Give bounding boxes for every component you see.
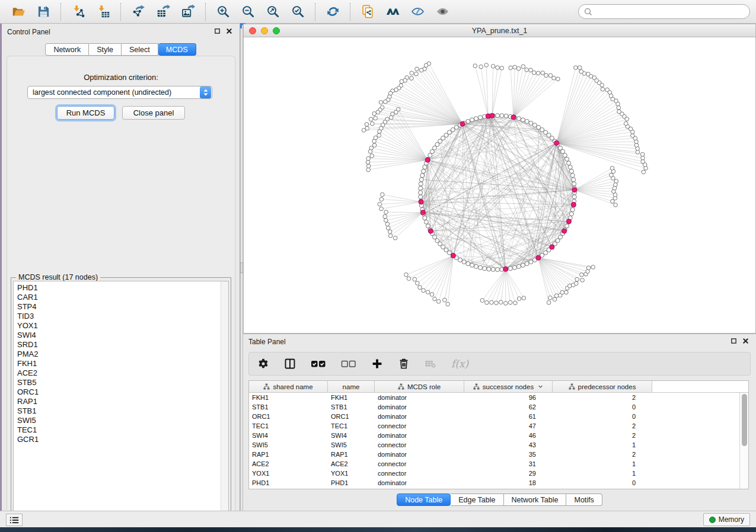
graph-hub-node[interactable] (425, 158, 430, 162)
graph-node[interactable] (521, 118, 525, 122)
graph-node[interactable] (605, 88, 610, 92)
export-table-icon[interactable] (154, 3, 172, 21)
float-panel-icon[interactable] (214, 28, 221, 36)
export-image-icon[interactable] (179, 3, 197, 21)
graph-node[interactable] (424, 220, 428, 224)
graph-node[interactable] (404, 273, 409, 277)
zoom-selected-icon[interactable] (289, 3, 307, 21)
graph-node[interactable] (414, 72, 419, 76)
graph-node[interactable] (383, 214, 387, 219)
graph-hub-node[interactable] (490, 113, 495, 118)
hide-panel-icon[interactable] (409, 3, 426, 21)
graph-node[interactable] (419, 178, 423, 182)
graph-node[interactable] (426, 224, 430, 228)
graph-hub-node[interactable] (503, 267, 508, 271)
mcds-result-item[interactable]: TEC1 (17, 425, 228, 435)
search-network-icon[interactable] (384, 3, 401, 21)
graph-hub-node[interactable] (511, 115, 516, 120)
mcds-result-item[interactable]: YOX1 (17, 321, 228, 331)
graph-node[interactable] (377, 133, 381, 137)
graph-node[interactable] (547, 300, 551, 305)
graph-node[interactable] (418, 286, 422, 290)
criterion-dropdown[interactable]: largest connected component (undirected) (27, 86, 212, 99)
graph-node[interactable] (426, 290, 430, 294)
mcds-result-item[interactable]: STB5 (17, 378, 228, 387)
column-header-predecessor-nodes[interactable]: predecessor nodes (553, 381, 652, 392)
graph-node[interactable] (496, 268, 500, 272)
graph-node[interactable] (490, 300, 494, 305)
graph-node[interactable] (631, 134, 635, 138)
mcds-result-item[interactable]: GCR1 (17, 435, 228, 444)
tab-select[interactable]: Select (122, 43, 158, 56)
graph-node[interactable] (407, 277, 411, 281)
graph-node[interactable] (430, 293, 434, 297)
memory-button[interactable]: Memory (703, 513, 750, 526)
graph-node[interactable] (517, 264, 521, 268)
mcds-result-item[interactable]: STP4 (17, 302, 228, 312)
export-network-icon[interactable] (129, 3, 147, 21)
delete-table-icon[interactable] (425, 358, 436, 370)
graph-node[interactable] (640, 152, 645, 156)
graph-node[interactable] (479, 265, 483, 270)
mcds-result-item[interactable]: SRD1 (17, 340, 228, 350)
graph-node[interactable] (536, 71, 540, 75)
column-header-name[interactable]: name (328, 381, 375, 392)
show-panel-icon[interactable] (433, 3, 451, 21)
graph-hub-node[interactable] (554, 140, 559, 145)
graph-node[interactable] (586, 72, 591, 76)
graph-node[interactable] (422, 169, 426, 174)
graph-node[interactable] (413, 277, 417, 281)
graph-node[interactable] (446, 302, 450, 306)
graph-node[interactable] (415, 67, 419, 71)
tab-style[interactable]: Style (89, 43, 122, 56)
graph-node[interactable] (487, 267, 491, 271)
graph-node[interactable] (419, 191, 423, 195)
column-header-MCDS-role[interactable]: MCDS role (375, 381, 464, 392)
import-table-icon[interactable] (94, 3, 112, 21)
delete-row-icon[interactable] (398, 358, 410, 370)
mcds-result-item[interactable]: PHD1 (17, 283, 228, 293)
graph-node[interactable] (473, 64, 477, 68)
graph-node[interactable] (422, 289, 426, 293)
mcds-result-list[interactable]: PHD1CAR1STP4TID3YOX1SWI4SRD1PMA2FKH1ACE2… (13, 281, 229, 517)
graph-node[interactable] (525, 262, 529, 266)
graph-node[interactable] (574, 66, 578, 70)
network-canvas[interactable] (244, 37, 755, 333)
graph-node[interactable] (474, 264, 479, 268)
graph-node[interactable] (564, 290, 569, 294)
graph-node[interactable] (366, 164, 371, 168)
graph-node[interactable] (474, 117, 479, 121)
graph-node[interactable] (560, 290, 564, 294)
graph-node[interactable] (416, 281, 420, 286)
graph-node[interactable] (591, 265, 595, 270)
graph-node[interactable] (521, 65, 525, 69)
graph-hub-node[interactable] (562, 229, 567, 233)
graph-node[interactable] (578, 66, 582, 70)
graph-hub-node[interactable] (420, 210, 425, 215)
graph-node[interactable] (366, 156, 371, 161)
graph-node[interactable] (420, 68, 424, 72)
graph-node[interactable] (483, 267, 487, 271)
split-columns-icon[interactable] (284, 358, 296, 370)
graph-node[interactable] (458, 258, 462, 262)
mcds-result-item[interactable]: SWI5 (17, 416, 228, 425)
graph-node[interactable] (517, 117, 521, 121)
graph-node[interactable] (480, 299, 484, 303)
graph-node[interactable] (368, 149, 372, 153)
graph-node[interactable] (384, 210, 388, 214)
graph-node[interactable] (400, 79, 404, 84)
mcds-result-item[interactable]: PMA2 (17, 350, 228, 359)
graph-node[interactable] (617, 110, 621, 114)
graph-hub-node[interactable] (428, 229, 433, 233)
graph-node[interactable] (423, 165, 427, 169)
graph-node[interactable] (388, 234, 393, 238)
graph-node[interactable] (495, 301, 499, 305)
table-row[interactable]: FKH1FKH1dominator962 (249, 393, 748, 402)
graph-node[interactable] (563, 153, 567, 158)
tab-network[interactable]: Network (45, 43, 89, 56)
graph-node[interactable] (614, 203, 618, 207)
graph-node[interactable] (525, 119, 529, 123)
float-table-panel-icon[interactable] (731, 338, 737, 346)
graph-node[interactable] (532, 123, 537, 127)
graph-node[interactable] (362, 129, 366, 133)
